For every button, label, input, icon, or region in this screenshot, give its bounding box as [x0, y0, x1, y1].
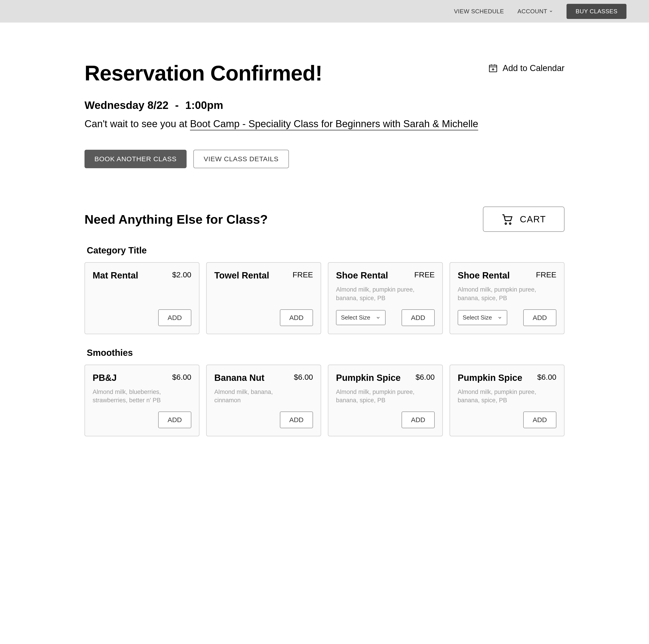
calendar-icon [488, 63, 498, 73]
addons-heading: Need Anything Else for Class? [85, 212, 268, 227]
reservation-date: Wednesday 8/22 [85, 99, 169, 111]
add-button[interactable]: ADD [280, 309, 313, 326]
size-select[interactable]: Select Size [458, 310, 507, 325]
action-row: BOOK ANOTHER CLASS VIEW CLASS DETAILS [85, 150, 564, 168]
product-card: PB&J$6.00Almond milk, blueberries, straw… [85, 365, 200, 437]
card-footer: ADD [93, 303, 191, 326]
view-details-button[interactable]: VIEW CLASS DETAILS [193, 150, 289, 168]
card-head: PB&J$6.00 [93, 373, 191, 383]
item-name: Towel Rental [214, 270, 269, 281]
view-schedule-link[interactable]: VIEW SCHEDULE [454, 8, 504, 15]
chevron-down-icon [376, 315, 381, 320]
item-description: Almond milk, banana, cinnamon [214, 388, 298, 405]
item-name: PB&J [93, 373, 117, 383]
svg-point-6 [505, 223, 507, 225]
card-row: Mat Rental$2.00ADDTowel RentalFREEADDSho… [85, 262, 564, 334]
product-card: Pumpkin Spice$6.00Almond milk, pumpkin p… [328, 365, 443, 437]
item-price: FREE [536, 270, 556, 279]
chevron-down-icon [497, 315, 502, 320]
card-head: Pumpkin Spice$6.00 [336, 373, 435, 383]
item-name: Shoe Rental [458, 270, 510, 281]
add-button[interactable]: ADD [401, 309, 435, 326]
card-footer: Select SizeADD [336, 303, 435, 326]
item-name: Mat Rental [93, 270, 138, 281]
account-label: ACCOUNT [517, 8, 547, 15]
add-button[interactable]: ADD [523, 309, 556, 326]
item-price: $6.00 [172, 373, 191, 381]
select-placeholder: Select Size [341, 314, 370, 321]
item-description: Almond milk, pumpkin puree, banana, spic… [336, 388, 420, 405]
add-button[interactable]: ADD [280, 411, 313, 428]
item-description: Almond milk, pumpkin puree, banana, spic… [336, 285, 420, 303]
cart-label: CART [520, 214, 546, 225]
book-another-button[interactable]: BOOK ANOTHER CLASS [85, 150, 186, 168]
add-to-calendar-button[interactable]: Add to Calendar [488, 63, 564, 73]
add-button[interactable]: ADD [158, 411, 191, 428]
item-price: $6.00 [416, 373, 435, 381]
card-footer: ADD [93, 405, 191, 428]
header-row: Reservation Confirmed! Add to Calendar [85, 61, 564, 85]
card-head: Mat Rental$2.00 [93, 270, 191, 281]
product-card: Towel RentalFREEADD [206, 262, 321, 334]
item-description: Almond milk, blueberries, strawberries, … [93, 388, 176, 405]
add-button[interactable]: ADD [158, 309, 191, 326]
reservation-datetime: Wednesday 8/22 - 1:00pm [85, 99, 564, 111]
intro-prefix: Can't wait to see you at [85, 118, 190, 129]
card-footer: ADD [336, 405, 435, 428]
item-price: FREE [293, 270, 313, 279]
category-title: Category Title [87, 245, 564, 255]
card-footer: ADD [214, 405, 313, 428]
account-dropdown[interactable]: ACCOUNT [517, 8, 553, 15]
reservation-time: 1:00pm [185, 99, 223, 111]
card-footer: ADD [214, 303, 313, 326]
cart-button[interactable]: CART [483, 207, 564, 232]
item-name: Banana Nut [214, 373, 264, 383]
buy-classes-button[interactable]: BUY CLASSES [566, 4, 626, 19]
select-placeholder: Select Size [463, 314, 492, 321]
add-button[interactable]: ADD [401, 411, 435, 428]
item-price: $2.00 [172, 270, 191, 279]
size-select[interactable]: Select Size [336, 310, 386, 325]
categories-container: Category TitleMat Rental$2.00ADDTowel Re… [85, 245, 564, 436]
card-footer: Select SizeADD [458, 303, 556, 326]
class-name-link[interactable]: Boot Camp - Speciality Class for Beginne… [190, 118, 478, 130]
product-card: Banana Nut$6.00Almond milk, banana, cinn… [206, 365, 321, 437]
addons-header-row: Need Anything Else for Class? CART [85, 207, 564, 232]
card-head: Pumpkin Spice$6.00 [458, 373, 556, 383]
card-head: Shoe RentalFREE [336, 270, 435, 281]
item-price: FREE [414, 270, 435, 279]
intro-text: Can't wait to see you at Boot Camp - Spe… [85, 118, 564, 129]
add-to-calendar-label: Add to Calendar [503, 64, 564, 73]
product-card: Shoe RentalFREEAlmond milk, pumpkin pure… [328, 262, 443, 334]
topbar: VIEW SCHEDULE ACCOUNT BUY CLASSES [0, 0, 649, 23]
item-description: Almond milk, pumpkin puree, banana, spic… [458, 388, 542, 405]
category-title: Smoothies [87, 348, 564, 358]
page-title: Reservation Confirmed! [85, 61, 322, 85]
svg-point-7 [510, 223, 511, 225]
item-price: $6.00 [294, 373, 313, 381]
product-card: Shoe RentalFREEAlmond milk, pumpkin pure… [449, 262, 564, 334]
add-button[interactable]: ADD [523, 411, 556, 428]
product-card: Mat Rental$2.00ADD [85, 262, 200, 334]
card-row: PB&J$6.00Almond milk, blueberries, straw… [85, 365, 564, 437]
card-head: Shoe RentalFREE [458, 270, 556, 281]
datetime-separator: - [175, 99, 179, 111]
cart-icon [502, 213, 513, 225]
card-footer: ADD [458, 405, 556, 428]
product-card: Pumpkin Spice$6.00Almond milk, pumpkin p… [449, 365, 564, 437]
item-description: Almond milk, pumpkin puree, banana, spic… [458, 285, 542, 303]
item-name: Pumpkin Spice [336, 373, 401, 383]
card-head: Banana Nut$6.00 [214, 373, 313, 383]
item-price: $6.00 [537, 373, 556, 381]
card-head: Towel RentalFREE [214, 270, 313, 281]
main-container: Reservation Confirmed! Add to Calendar W… [85, 23, 564, 436]
item-name: Shoe Rental [336, 270, 388, 281]
chevron-down-icon [549, 9, 553, 13]
item-name: Pumpkin Spice [458, 373, 522, 383]
